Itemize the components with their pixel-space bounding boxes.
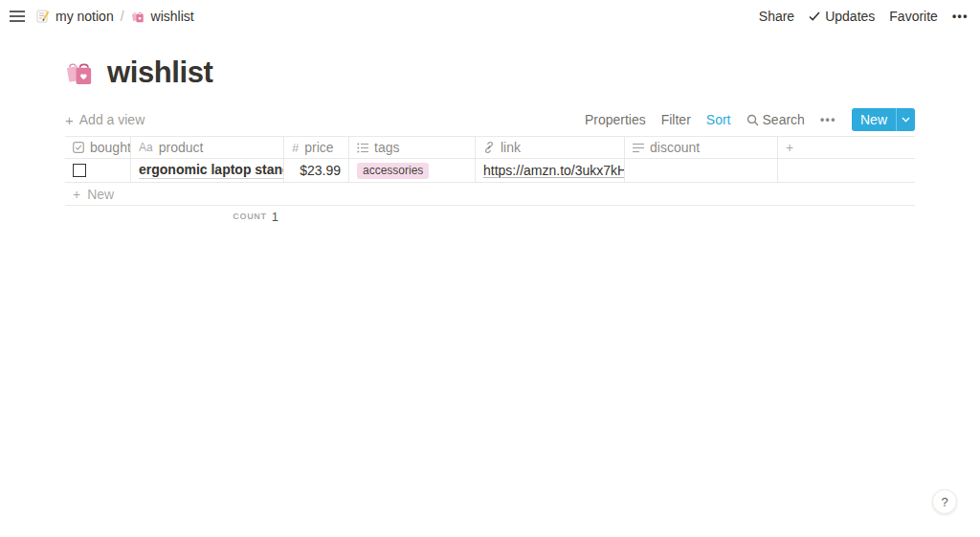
count-label: COUNT [233, 212, 267, 221]
breadcrumb: my notion / wishlist [36, 9, 194, 24]
breadcrumb-page-label: wishlist [151, 9, 194, 24]
database-table: bought Aa product # price [65, 136, 915, 227]
breadcrumb-page[interactable]: wishlist [131, 9, 194, 24]
shopping-bags-emoji-icon [131, 10, 145, 24]
topbar: my notion / wishlist [0, 0, 980, 33]
updates-label: Updates [825, 9, 875, 24]
new-button[interactable]: New [852, 108, 915, 131]
column-label: product [159, 140, 204, 155]
column-label: bought [90, 140, 131, 155]
cell-discount[interactable] [625, 159, 778, 182]
table-header-row: bought Aa product # price [65, 136, 915, 159]
plus-icon: + [73, 187, 80, 202]
table-row: ergonomic laptop stand $23.99 accessorie… [65, 159, 915, 183]
add-column-button[interactable]: + [778, 137, 915, 158]
plus-icon: + [786, 140, 793, 155]
product-title[interactable]: ergonomic laptop stand [139, 162, 284, 179]
new-button-label[interactable]: New [852, 108, 896, 131]
breadcrumb-workspace[interactable]: my notion [36, 9, 114, 24]
plus-icon: + [65, 112, 74, 128]
breadcrumb-workspace-label: my notion [56, 9, 114, 24]
title-icon: Aa [139, 141, 153, 154]
column-label: discount [650, 140, 700, 155]
url-icon [483, 142, 495, 153]
updates-button[interactable]: Updates [809, 9, 875, 24]
column-header-link[interactable]: link [476, 137, 625, 158]
favorite-button[interactable]: Favorite [889, 9, 938, 24]
chevron-down-icon[interactable] [897, 108, 915, 131]
price-value: $23.99 [300, 163, 341, 178]
view-more-options-icon[interactable]: ••• [820, 113, 836, 126]
page-emoji-shopping-bags-icon[interactable] [65, 57, 96, 88]
column-label: link [501, 140, 521, 155]
text-icon [633, 143, 644, 153]
bought-checkbox[interactable] [73, 164, 86, 177]
check-icon [809, 11, 820, 21]
memo-emoji-icon [36, 10, 50, 23]
link-value[interactable]: https://amzn.to/3ukx7kH [483, 163, 625, 178]
search-icon [746, 114, 759, 126]
cell-price[interactable]: $23.99 [284, 159, 349, 182]
cell-tags[interactable]: accessories [349, 159, 476, 182]
tag-pill[interactable]: accessories [357, 163, 429, 179]
share-button[interactable]: Share [759, 9, 794, 24]
search-label: Search [763, 112, 805, 127]
cell-product[interactable]: ergonomic laptop stand [131, 159, 284, 182]
view-toolbar: + Add a view Properties Filter Sort Sear… [65, 107, 915, 132]
help-button[interactable]: ? [932, 489, 957, 514]
multi-select-icon [357, 143, 368, 153]
cell-add-column [778, 159, 915, 182]
page-title[interactable]: wishlist [107, 56, 213, 90]
cell-bought [65, 159, 131, 182]
column-header-bought[interactable]: bought [65, 137, 131, 158]
new-row-button[interactable]: + New [65, 183, 915, 206]
column-header-product[interactable]: Aa product [131, 137, 284, 158]
column-header-tags[interactable]: tags [349, 137, 476, 158]
sort-button[interactable]: Sort [706, 112, 731, 127]
add-view-label: Add a view [79, 112, 145, 127]
table-footer: COUNT 1 [65, 206, 915, 227]
new-row-label: New [87, 187, 114, 202]
hamburger-menu-icon[interactable] [8, 9, 27, 24]
page-content: wishlist + Add a view Properties Filter … [65, 56, 915, 227]
count-calculation[interactable]: COUNT 1 [65, 206, 284, 227]
column-header-price[interactable]: # price [284, 137, 349, 158]
more-options-icon[interactable]: ••• [952, 10, 969, 23]
checkbox-icon [73, 142, 84, 153]
column-header-discount[interactable]: discount [625, 137, 778, 158]
column-label: tags [374, 140, 399, 155]
breadcrumb-separator: / [121, 9, 124, 24]
properties-button[interactable]: Properties [585, 112, 646, 127]
filter-button[interactable]: Filter [661, 112, 691, 127]
count-value: 1 [272, 210, 278, 224]
search-button[interactable]: Search [746, 112, 805, 127]
add-view-button[interactable]: + Add a view [65, 112, 145, 128]
column-label: price [304, 140, 333, 155]
number-icon: # [292, 141, 299, 155]
cell-link[interactable]: https://amzn.to/3ukx7kH [476, 159, 625, 182]
